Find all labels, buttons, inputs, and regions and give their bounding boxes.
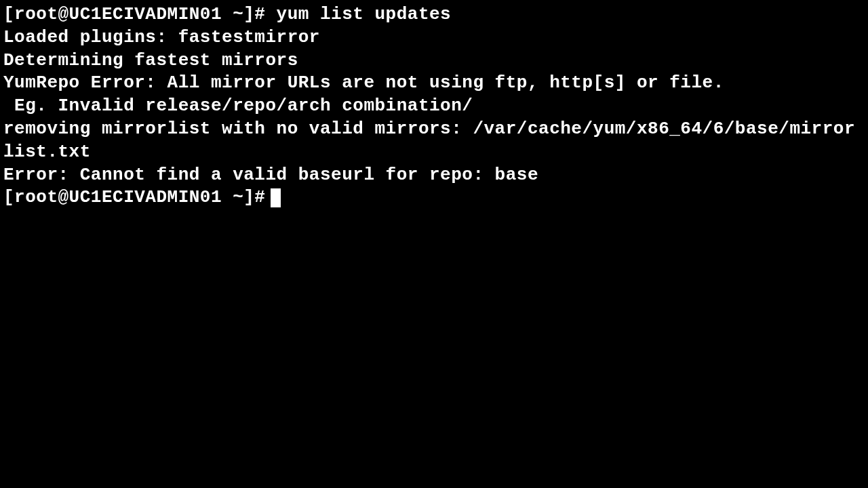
shell-prompt: [root@UC1ECIVADMIN01 ~]# (3, 4, 277, 24)
terminal-window[interactable]: [root@UC1ECIVADMIN01 ~]# yum list update… (3, 3, 865, 209)
command-line: [root@UC1ECIVADMIN01 ~]# yum list update… (3, 3, 865, 26)
output-line: Eg. Invalid release/repo/arch combinatio… (3, 95, 865, 118)
output-line: Determining fastest mirrors (3, 49, 865, 73)
output-line: Error: Cannot find a valid baseurl for r… (3, 164, 865, 187)
shell-prompt: [root@UC1ECIVADMIN01 ~]# (3, 186, 265, 209)
output-line: Loaded plugins: fastestmirror (3, 26, 865, 49)
output-line: YumRepo Error: All mirror URLs are not u… (3, 72, 865, 95)
active-prompt-line[interactable]: [root@UC1ECIVADMIN01 ~]# (3, 186, 865, 209)
command-text: yum list updates (277, 4, 452, 24)
output-line: removing mirrorlist with no valid mirror… (3, 118, 865, 164)
cursor-icon (271, 188, 281, 207)
